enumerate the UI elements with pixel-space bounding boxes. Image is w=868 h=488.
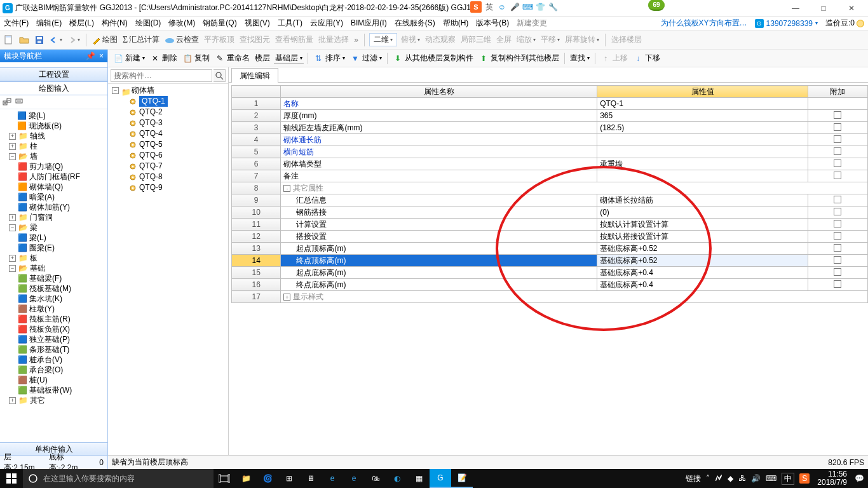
tray-volume-icon[interactable]: 🔊	[751, 474, 761, 483]
tree-qiang[interactable]: 墙	[29, 151, 39, 161]
floor-select[interactable]: 楼层	[254, 53, 271, 64]
property-row[interactable]: 13起点顶标高(m)基础底标高+0.52	[232, 243, 868, 255]
component-item[interactable]: QTQ-3	[119, 118, 227, 128]
component-item[interactable]: QTQ-1	[119, 96, 227, 107]
close-button[interactable]: ✕	[837, 1, 865, 15]
menu-draw[interactable]: 绘图(D)	[135, 18, 161, 29]
tree-zhuang[interactable]: 桩(U)	[28, 375, 49, 385]
ime-keyboard-icon[interactable]: ⌨	[522, 2, 532, 12]
pan-button[interactable]: 平移▾	[539, 34, 561, 45]
ie-icon[interactable]: e	[343, 469, 365, 488]
tray-sogou-icon[interactable]: S	[799, 473, 810, 484]
app-icon-3[interactable]: 🖥	[300, 469, 322, 488]
checkbox[interactable]	[834, 111, 841, 119]
menu-edit[interactable]: 编辑(E)	[36, 18, 62, 29]
copy-button[interactable]: 📋复制	[181, 53, 211, 64]
property-row[interactable]: 10钢筋搭接(0)	[232, 207, 868, 219]
toggle-icon[interactable]: -	[283, 185, 290, 192]
checkbox[interactable]	[834, 268, 841, 276]
undo-button[interactable]: ▾	[48, 36, 64, 44]
property-row[interactable]: 3轴线距左墙皮距离(mm)(182.5)	[232, 122, 868, 134]
store-icon[interactable]: 🛍	[365, 469, 386, 488]
checkbox[interactable]	[834, 196, 841, 203]
component-item[interactable]: QTQ-5	[119, 139, 227, 150]
filter-button[interactable]: ▼过滤▾	[349, 53, 383, 64]
expand-icon[interactable]	[3, 98, 11, 107]
tree-jichuban[interactable]: 基础板带(W)	[28, 385, 73, 395]
task-view-icon[interactable]	[214, 469, 235, 488]
maximize-button[interactable]: □	[810, 1, 837, 15]
taskbar-search[interactable]: 在这里输入你要搜索的内容	[23, 469, 214, 488]
os-app-icon[interactable]: ◐	[386, 469, 408, 488]
tree-liangL[interactable]: 梁(L)	[28, 233, 48, 243]
tray-up-icon[interactable]: ˄	[706, 474, 710, 483]
component-item[interactable]: QTQ-4	[119, 128, 227, 139]
menu-rebar[interactable]: 钢筋量(Q)	[203, 18, 236, 29]
tray-battery-icon[interactable]: 🗲	[715, 474, 722, 483]
tree-qitijia[interactable]: 砌体加筋(Y)	[28, 202, 71, 212]
rotate-button[interactable]: 屏幕旋转▾	[564, 34, 600, 45]
tree-tiaoxing[interactable]: 条形基础(T)	[28, 344, 71, 355]
property-row[interactable]: 5横向短筋	[232, 146, 868, 158]
copy-from-button[interactable]: ⬇从其他楼层复制构件	[391, 53, 475, 64]
checkbox[interactable]	[834, 280, 841, 288]
baselayer-select[interactable]: 基础层 ▾	[274, 53, 304, 64]
property-row[interactable]: 2厚度(mm)365	[232, 110, 868, 122]
ime-emoji-icon[interactable]: ☺	[497, 2, 507, 12]
menu-floor[interactable]: 楼层(L)	[69, 18, 94, 29]
draw-button[interactable]: 绘图	[91, 34, 119, 45]
sort-button[interactable]: ⇅排序▾	[312, 53, 346, 64]
tray-app-icon[interactable]: ◆	[728, 474, 733, 483]
expand-toggle[interactable]: +	[9, 133, 16, 140]
nav-tab-draw[interactable]: 绘图输入	[0, 81, 107, 95]
tray-lang[interactable]: 中	[782, 473, 794, 485]
pin-icon[interactable]: 📌	[86, 51, 95, 60]
new-file-icon[interactable]	[3, 34, 15, 46]
ime-skin-icon[interactable]: 👕	[535, 2, 545, 12]
checkbox[interactable]	[834, 159, 841, 167]
tree-zhuangcheng[interactable]: 桩承台(V)	[28, 355, 64, 365]
redo-button[interactable]: ▾	[66, 36, 81, 44]
tray-clock[interactable]: 11:56 2018/7/9	[815, 470, 850, 487]
tree-anliang[interactable]: 暗梁(A)	[28, 192, 56, 202]
app-icon-1[interactable]: 🌀	[257, 469, 278, 488]
ggj-app-icon[interactable]: G	[430, 469, 451, 488]
tree-zhouxian[interactable]: 轴线	[29, 131, 46, 141]
tree-liang[interactable]: 梁(L)	[27, 111, 47, 121]
toggle-icon[interactable]: +	[283, 294, 290, 301]
checkbox[interactable]	[834, 256, 841, 264]
ime-mic-icon[interactable]: 🎤	[510, 2, 520, 12]
tree-jianli[interactable]: 剪力墙(Q)	[28, 161, 64, 172]
cloud-check-button[interactable]: 云检查	[163, 34, 200, 45]
zoom-button[interactable]: 缩放▾	[515, 34, 537, 45]
component-item[interactable]: QTQ-7	[119, 161, 227, 172]
property-row[interactable]: 6砌体墙类型承重墙	[232, 158, 868, 170]
property-row[interactable]: 1名称QTQ-1	[232, 98, 868, 110]
tray-keyboard-icon[interactable]: ⌨	[766, 474, 776, 483]
tree-xianjiao[interactable]: 现浇板(B)	[27, 121, 63, 131]
sogou-icon[interactable]: S	[470, 1, 482, 13]
property-row[interactable]: 8-其它属性	[232, 182, 868, 194]
start-button[interactable]	[0, 469, 23, 488]
open-file-icon[interactable]	[18, 34, 31, 46]
tree-qiti[interactable]: 砌体墙(Q)	[28, 182, 64, 192]
view-rebar-button[interactable]: 查看钢筋量	[274, 34, 315, 45]
nav-tab-project[interactable]: 工程设置	[0, 67, 107, 81]
notifications-icon[interactable]: 💬	[855, 474, 864, 483]
tree-chengtai[interactable]: 承台梁(O)	[28, 365, 64, 375]
property-row[interactable]: 11计算设置按默认计算设置计算	[232, 219, 868, 231]
user-account[interactable]: G13907298339▾	[755, 19, 818, 28]
expand-toggle[interactable]: +	[9, 397, 16, 404]
dim-select[interactable]: 二维 ▾	[369, 33, 397, 46]
component-item[interactable]: QTQ-6	[119, 150, 227, 161]
app-icon-4[interactable]: ▦	[408, 469, 430, 488]
checkbox[interactable]	[834, 232, 841, 240]
component-item[interactable]: QTQ-9	[119, 182, 227, 193]
menu-version[interactable]: 版本号(B)	[476, 18, 509, 29]
tree-menchuang[interactable]: 门窗洞	[29, 212, 54, 222]
property-row[interactable]: 16终点底标高(m)基础底标高+0.4	[232, 279, 868, 291]
search-input[interactable]	[111, 69, 212, 82]
menu-view[interactable]: 视图(V)	[245, 18, 270, 29]
property-row[interactable]: 15起点底标高(m)基础底标高+0.4	[232, 267, 868, 279]
expand-toggle[interactable]: +	[9, 214, 16, 221]
